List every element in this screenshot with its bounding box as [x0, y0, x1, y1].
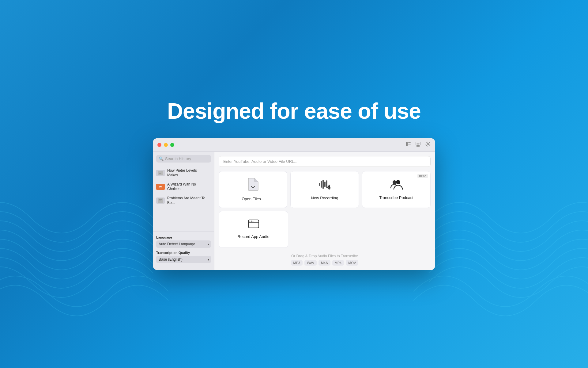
svg-point-28: [249, 221, 250, 222]
url-input[interactable]: Enter YouTube, Audio or Video File URL..…: [219, 156, 431, 167]
format-m4a: M4A: [318, 260, 330, 266]
cards-grid-row1: Open Files...: [219, 171, 431, 208]
fullscreen-button[interactable]: [170, 143, 174, 147]
title-bar-actions: [405, 141, 431, 148]
history-item-text-2: A Wizard With No Choices...: [167, 182, 211, 192]
svg-point-25: [396, 180, 400, 184]
search-bar: 🔍: [156, 155, 211, 163]
svg-rect-5: [417, 145, 418, 147]
beta-badge: BETA: [417, 174, 428, 178]
svg-rect-19: [324, 182, 326, 187]
sidebar-toggle-icon[interactable]: [405, 141, 411, 148]
drop-zone: Or Drag & Drop Audio Files to Transcribe…: [219, 251, 431, 266]
svg-point-29: [251, 221, 252, 222]
search-input[interactable]: [165, 156, 209, 161]
close-button[interactable]: [157, 143, 161, 147]
quality-label: Transcription Quality: [156, 251, 211, 255]
open-files-icon: [247, 178, 259, 194]
new-recording-label: New Recording: [311, 196, 338, 200]
svg-rect-6: [418, 145, 420, 147]
svg-point-24: [393, 180, 396, 184]
svg-rect-16: [319, 183, 320, 186]
transcribe-podcast-icon: [390, 179, 403, 192]
subtitle-icon[interactable]: [415, 141, 421, 148]
svg-point-30: [252, 221, 253, 222]
new-recording-icon: [318, 178, 331, 193]
svg-rect-0: [406, 142, 408, 146]
format-mp3: MP3: [291, 260, 303, 266]
svg-rect-18: [322, 180, 324, 189]
app-body: 🔍 How Pieter Levels Makes... W A Wizard …: [153, 152, 435, 270]
history-item-text-3: Problems Are Meant To Be...: [167, 196, 211, 205]
format-badges: MP3 WAV M4A MP4 MOV: [291, 260, 359, 266]
svg-rect-12: [159, 173, 161, 174]
history-item-3[interactable]: Problems Are Meant To Be...: [153, 194, 214, 208]
history-item-2[interactable]: W A Wizard With No Choices...: [153, 180, 214, 194]
sidebar-bottom: Language Auto Detect Language English Sp…: [153, 232, 214, 270]
record-app-audio-card[interactable]: Record App Audio: [219, 211, 288, 248]
sidebar: 🔍 How Pieter Levels Makes... W A Wizard …: [153, 152, 214, 270]
history-item-text-1: How Pieter Levels Makes...: [167, 168, 211, 178]
history-item-1[interactable]: How Pieter Levels Makes...: [153, 166, 214, 180]
drop-zone-text: Or Drag & Drop Audio Files to Transcribe: [291, 254, 358, 258]
format-mov: MOV: [346, 260, 358, 266]
traffic-lights: [157, 143, 174, 147]
svg-rect-2: [408, 144, 411, 144]
language-select-wrapper: Auto Detect Language English Spanish Fre…: [156, 240, 211, 248]
svg-rect-1: [408, 142, 411, 143]
page-title: Designed for ease of use: [167, 98, 421, 124]
svg-point-9: [427, 144, 429, 145]
record-app-audio-icon: [248, 220, 259, 231]
svg-rect-15: [159, 201, 161, 201]
svg-rect-4: [416, 142, 420, 145]
minimize-button[interactable]: [164, 143, 168, 147]
transcribe-podcast-label: Transcribe Podcast: [379, 195, 413, 200]
format-wav: WAV: [304, 260, 317, 266]
svg-rect-17: [321, 181, 322, 188]
svg-rect-3: [408, 146, 411, 146]
title-bar: [153, 138, 435, 152]
transcribe-podcast-card[interactable]: BETA Transcribe Podcast: [362, 171, 431, 208]
open-files-card[interactable]: Open Files...: [219, 171, 287, 208]
main-panel: Enter YouTube, Audio or Video File URL..…: [214, 152, 435, 270]
svg-rect-22: [328, 185, 330, 188]
search-icon: 🔍: [159, 156, 164, 161]
svg-rect-11: [159, 172, 162, 172]
history-list: How Pieter Levels Makes... W A Wizard Wi…: [153, 165, 214, 232]
new-recording-card[interactable]: New Recording: [290, 171, 359, 208]
quality-select[interactable]: Base (English) Small Medium Large: [156, 256, 211, 263]
open-files-label: Open Files...: [242, 197, 264, 201]
quality-select-wrapper: Base (English) Small Medium Large ▾: [156, 256, 211, 263]
app-window: 🔍 How Pieter Levels Makes... W A Wizard …: [153, 138, 435, 270]
record-app-audio-label: Record App Audio: [238, 234, 270, 239]
language-select[interactable]: Auto Detect Language English Spanish Fre…: [156, 240, 211, 248]
history-thumb-3: [156, 197, 165, 204]
settings-icon[interactable]: [425, 141, 431, 148]
history-thumb-2: W: [156, 184, 165, 190]
cards-grid-row2: Record App Audio: [219, 211, 431, 248]
history-thumb-1: [156, 170, 165, 176]
svg-rect-14: [159, 199, 162, 200]
language-label: Language: [156, 236, 211, 239]
format-mp4: MP4: [332, 260, 344, 266]
